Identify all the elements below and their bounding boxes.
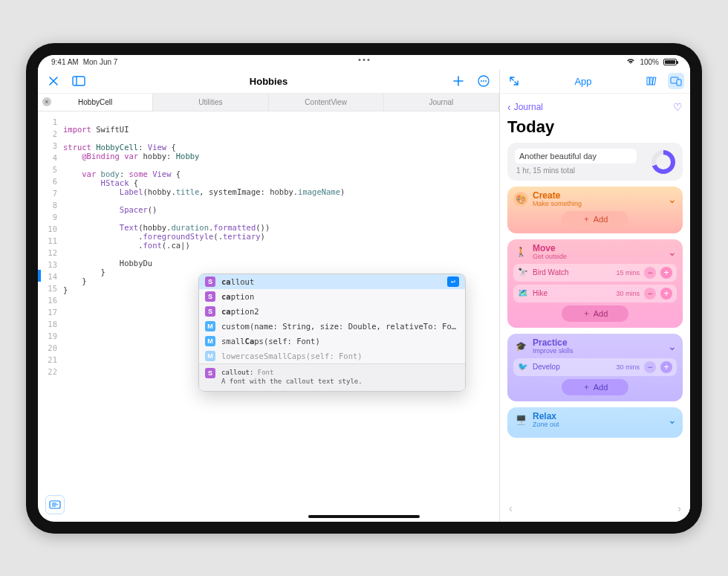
editor-tabs: × HobbyCell Utilities ContentView Journa… [38, 94, 499, 111]
svg-point-5 [485, 80, 487, 82]
autocomplete-item[interactable]: M lowercaseSmallCaps(self: Font) [199, 349, 465, 363]
add-button[interactable]: ＋ Add [562, 305, 628, 322]
practice-card[interactable]: 🎓 Practice Improve skills ⌄ 🐦 Develop 30… [507, 334, 683, 401]
swift-icon: 🐦 [518, 362, 528, 372]
wifi-icon [626, 58, 635, 66]
sidebar-toggle-icon[interactable] [71, 73, 87, 89]
chevron-down-icon[interactable]: ⌄ [668, 414, 677, 426]
status-bar: 9:41 AM Mon Jun 7 100% [38, 55, 690, 70]
walk-icon: 🚶 [513, 245, 528, 259]
summary-card: 1 hr, 15 mins total [507, 143, 683, 181]
tab-utilities[interactable]: Utilities [153, 94, 268, 111]
list-item[interactable]: 🗺️ Hike 30 mins − + [513, 285, 677, 302]
app-preview: ‹ Journal ♡ Today 1 hr, 15 mins total [500, 94, 690, 522]
decrement-button[interactable]: − [644, 288, 656, 300]
add-button[interactable]: ＋ Add [562, 211, 628, 227]
preview-title: App [530, 76, 637, 87]
prev-arrow-icon[interactable]: ‹ [509, 502, 513, 517]
project-title: Hobbies [96, 76, 441, 87]
add-icon[interactable] [450, 73, 467, 89]
autocomplete-item[interactable]: M smallCaps(self: Font) [199, 334, 465, 349]
svg-rect-10 [647, 77, 649, 85]
create-card[interactable]: 🎨 Create Make something ⌄ ＋ Add [507, 187, 683, 233]
autocomplete-item[interactable]: S caption2 [199, 304, 465, 319]
preview-pane: App ‹ Journal ♡ [500, 70, 690, 522]
library-icon[interactable] [644, 73, 660, 89]
svg-rect-14 [677, 80, 681, 85]
autocomplete-doc: S callout: Font A font with the callout … [199, 363, 465, 391]
progress-ring-icon [651, 150, 675, 174]
autocomplete-item[interactable]: M custom(name: String, size: Double, rel… [199, 319, 465, 334]
palette-icon: 🎨 [513, 192, 528, 207]
multitask-dots-icon[interactable] [359, 59, 370, 61]
preview-nav-arrows: ‹ › [500, 502, 690, 517]
chevron-left-icon: ‹ [507, 101, 511, 113]
back-button[interactable]: ‹ Journal [507, 101, 543, 113]
ipad-frame: 9:41 AM Mon Jun 7 100% [26, 43, 702, 534]
current-line-flag [38, 270, 41, 282]
decrement-button[interactable]: − [644, 267, 656, 279]
svg-point-3 [481, 80, 482, 82]
increment-button[interactable]: + [660, 361, 672, 373]
monitor-icon: 🖥️ [513, 412, 528, 427]
code-editor[interactable]: 123456 789101112 131415161718 19202122 i… [38, 111, 499, 522]
list-item[interactable]: 🔭 Bird Watch 15 mins − + [513, 264, 677, 282]
move-card[interactable]: 🚶 Move Get outside ⌄ 🔭 Bird Watch 15 min… [507, 239, 683, 328]
autocomplete-item[interactable]: S caption [199, 289, 465, 304]
close-icon[interactable] [45, 73, 62, 89]
svg-rect-11 [650, 77, 652, 85]
tab-close-icon[interactable]: × [42, 97, 51, 106]
map-icon: 🗺️ [518, 288, 528, 298]
list-item[interactable]: 🐦 Develop 30 mins − + [513, 358, 677, 376]
svg-rect-12 [652, 77, 656, 85]
battery-pct: 100% [640, 58, 659, 66]
device-preview-icon[interactable] [668, 73, 684, 89]
status-time: 9:41 AM [51, 58, 79, 66]
favorite-icon[interactable]: ♡ [673, 101, 683, 113]
chevron-down-icon[interactable]: ⌄ [668, 193, 677, 205]
binoculars-icon: 🔭 [518, 268, 528, 277]
svg-point-4 [483, 80, 484, 82]
home-indicator[interactable] [308, 515, 420, 518]
expand-icon[interactable] [506, 73, 522, 89]
line-gutter: 123456 789101112 131415161718 19202122 [38, 111, 63, 522]
more-icon[interactable] [475, 73, 492, 89]
autocomplete-item[interactable]: S callout ↩ [199, 274, 465, 289]
battery-icon [663, 59, 677, 65]
autocomplete-popup[interactable]: S callout ↩ S caption S caption2 [198, 274, 466, 392]
enter-key-icon: ↩ [447, 276, 459, 287]
preview-toolbar: App [500, 70, 690, 94]
increment-button[interactable]: + [660, 267, 672, 279]
editor-pane: Hobbies × HobbyCell Utilities Conten [38, 70, 500, 522]
summary-input[interactable] [515, 149, 637, 164]
relax-card[interactable]: 🖥️ Relax Zone out ⌄ [507, 407, 683, 438]
chevron-down-icon[interactable]: ⌄ [668, 340, 677, 352]
add-button[interactable]: ＋ Add [562, 379, 628, 395]
increment-button[interactable]: + [660, 288, 672, 300]
screen: 9:41 AM Mon Jun 7 100% [38, 55, 690, 522]
svg-rect-0 [73, 77, 85, 85]
tab-contentview[interactable]: ContentView [269, 94, 384, 111]
grad-cap-icon: 🎓 [513, 339, 528, 354]
tab-journal[interactable]: Journal [384, 94, 499, 111]
page-title: Today [507, 117, 683, 137]
next-arrow-icon[interactable]: › [677, 502, 681, 517]
chevron-down-icon[interactable]: ⌄ [668, 246, 677, 258]
minimap-icon[interactable] [45, 495, 65, 514]
status-date: Mon Jun 7 [83, 58, 118, 66]
editor-toolbar: Hobbies [38, 70, 499, 94]
preview-nav: ‹ Journal ♡ [507, 98, 683, 116]
summary-subtitle: 1 hr, 15 mins total [515, 166, 637, 175]
decrement-button[interactable]: − [644, 361, 656, 373]
tab-hobbycell[interactable]: × HobbyCell [38, 94, 153, 111]
